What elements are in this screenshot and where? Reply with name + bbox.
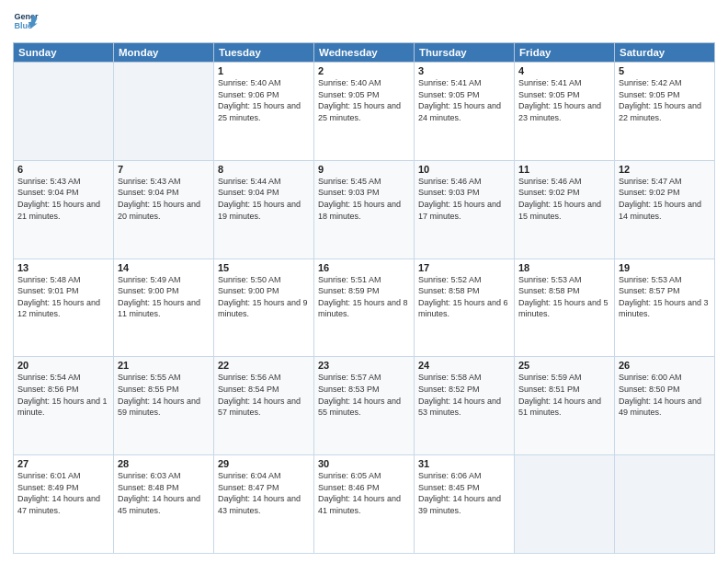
weekday-header: Saturday [615,43,715,63]
day-number: 6 [17,164,109,175]
cell-content: Sunrise: 5:48 AMSunset: 9:01 PMDaylight:… [17,274,109,320]
cell-content: Sunrise: 5:46 AMSunset: 9:02 PMDaylight:… [518,176,610,222]
calendar-cell: 21Sunrise: 5:55 AMSunset: 8:55 PMDayligh… [114,357,214,455]
cell-content: Sunrise: 6:00 AMSunset: 8:50 PMDaylight:… [619,372,711,418]
day-number: 1 [218,65,310,76]
cell-content: Sunrise: 5:43 AMSunset: 9:04 PMDaylight:… [17,176,109,222]
calendar-cell [14,63,114,161]
day-number: 23 [318,360,410,371]
cell-content: Sunrise: 6:06 AMSunset: 8:45 PMDaylight:… [418,470,510,516]
calendar-table: SundayMondayTuesdayWednesdayThursdayFrid… [13,42,715,554]
day-number: 9 [318,164,410,175]
calendar-header-row: SundayMondayTuesdayWednesdayThursdayFrid… [14,43,715,63]
day-number: 29 [218,458,310,469]
calendar-cell: 2Sunrise: 5:40 AMSunset: 9:05 PMDaylight… [314,63,415,161]
calendar-cell: 24Sunrise: 5:58 AMSunset: 8:52 PMDayligh… [415,357,515,455]
cell-content: Sunrise: 6:05 AMSunset: 8:46 PMDaylight:… [318,470,410,516]
page-container: General Blue SundayMondayTuesdayWednesda… [0,0,728,563]
day-number: 10 [418,164,510,175]
day-number: 11 [518,164,610,175]
cell-content: Sunrise: 6:01 AMSunset: 8:49 PMDaylight:… [17,470,109,516]
calendar-cell: 29Sunrise: 6:04 AMSunset: 8:47 PMDayligh… [214,455,314,554]
calendar-cell: 16Sunrise: 5:51 AMSunset: 8:59 PMDayligh… [314,259,415,357]
calendar-cell: 31Sunrise: 6:06 AMSunset: 8:45 PMDayligh… [415,455,515,554]
day-number: 31 [418,458,510,469]
calendar-cell [615,455,715,554]
cell-content: Sunrise: 5:52 AMSunset: 8:58 PMDaylight:… [418,274,510,320]
calendar-cell: 14Sunrise: 5:49 AMSunset: 9:00 PMDayligh… [114,259,214,357]
cell-content: Sunrise: 5:40 AMSunset: 9:06 PMDaylight:… [218,77,310,123]
day-number: 22 [218,360,310,371]
day-number: 21 [118,360,210,371]
calendar-cell: 8Sunrise: 5:44 AMSunset: 9:04 PMDaylight… [214,160,314,259]
day-number: 12 [619,164,711,175]
cell-content: Sunrise: 6:03 AMSunset: 8:48 PMDaylight:… [118,470,210,516]
logo: General Blue [13,9,39,35]
calendar-cell: 17Sunrise: 5:52 AMSunset: 8:58 PMDayligh… [415,259,515,357]
cell-content: Sunrise: 5:50 AMSunset: 9:00 PMDaylight:… [218,274,310,320]
calendar-cell: 18Sunrise: 5:53 AMSunset: 8:58 PMDayligh… [515,259,615,357]
day-number: 19 [619,262,711,273]
day-number: 28 [118,458,210,469]
weekday-header: Wednesday [314,43,415,63]
day-number: 7 [118,164,210,175]
logo-icon: General Blue [13,9,39,35]
weekday-header: Thursday [415,43,515,63]
day-number: 13 [17,262,109,273]
calendar-cell [515,455,615,554]
cell-content: Sunrise: 5:40 AMSunset: 9:05 PMDaylight:… [318,77,410,123]
calendar-cell: 15Sunrise: 5:50 AMSunset: 9:00 PMDayligh… [214,259,314,357]
day-number: 25 [518,360,610,371]
day-number: 5 [619,65,711,76]
cell-content: Sunrise: 5:56 AMSunset: 8:54 PMDaylight:… [218,372,310,418]
cell-content: Sunrise: 5:58 AMSunset: 8:52 PMDaylight:… [418,372,510,418]
calendar-cell: 9Sunrise: 5:45 AMSunset: 9:03 PMDaylight… [314,160,415,259]
calendar-cell: 27Sunrise: 6:01 AMSunset: 8:49 PMDayligh… [14,455,114,554]
day-number: 27 [17,458,109,469]
day-number: 16 [318,262,410,273]
cell-content: Sunrise: 5:53 AMSunset: 8:57 PMDaylight:… [619,274,711,320]
cell-content: Sunrise: 5:43 AMSunset: 9:04 PMDaylight:… [118,176,210,222]
weekday-header: Tuesday [214,43,314,63]
calendar-week-row: 1Sunrise: 5:40 AMSunset: 9:06 PMDaylight… [14,63,715,161]
day-number: 20 [17,360,109,371]
calendar-week-row: 13Sunrise: 5:48 AMSunset: 9:01 PMDayligh… [14,259,715,357]
cell-content: Sunrise: 5:54 AMSunset: 8:56 PMDaylight:… [17,372,109,418]
day-number: 14 [118,262,210,273]
cell-content: Sunrise: 5:41 AMSunset: 9:05 PMDaylight:… [418,77,510,123]
day-number: 17 [418,262,510,273]
cell-content: Sunrise: 6:04 AMSunset: 8:47 PMDaylight:… [218,470,310,516]
weekday-header: Sunday [14,43,114,63]
cell-content: Sunrise: 5:45 AMSunset: 9:03 PMDaylight:… [318,176,410,222]
calendar-cell: 6Sunrise: 5:43 AMSunset: 9:04 PMDaylight… [14,160,114,259]
cell-content: Sunrise: 5:46 AMSunset: 9:03 PMDaylight:… [418,176,510,222]
day-number: 26 [619,360,711,371]
calendar-cell: 19Sunrise: 5:53 AMSunset: 8:57 PMDayligh… [615,259,715,357]
calendar-cell: 5Sunrise: 5:42 AMSunset: 9:05 PMDaylight… [615,63,715,161]
cell-content: Sunrise: 5:42 AMSunset: 9:05 PMDaylight:… [619,77,711,123]
calendar-cell: 10Sunrise: 5:46 AMSunset: 9:03 PMDayligh… [415,160,515,259]
day-number: 4 [518,65,610,76]
calendar-cell: 30Sunrise: 6:05 AMSunset: 8:46 PMDayligh… [314,455,415,554]
calendar-cell: 28Sunrise: 6:03 AMSunset: 8:48 PMDayligh… [114,455,214,554]
calendar-cell: 7Sunrise: 5:43 AMSunset: 9:04 PMDaylight… [114,160,214,259]
calendar-cell: 3Sunrise: 5:41 AMSunset: 9:05 PMDaylight… [415,63,515,161]
calendar-cell: 26Sunrise: 6:00 AMSunset: 8:50 PMDayligh… [615,357,715,455]
calendar-cell: 11Sunrise: 5:46 AMSunset: 9:02 PMDayligh… [515,160,615,259]
calendar-cell: 12Sunrise: 5:47 AMSunset: 9:02 PMDayligh… [615,160,715,259]
day-number: 15 [218,262,310,273]
cell-content: Sunrise: 5:59 AMSunset: 8:51 PMDaylight:… [518,372,610,418]
calendar-week-row: 20Sunrise: 5:54 AMSunset: 8:56 PMDayligh… [14,357,715,455]
day-number: 18 [518,262,610,273]
calendar-week-row: 27Sunrise: 6:01 AMSunset: 8:49 PMDayligh… [14,455,715,554]
calendar-week-row: 6Sunrise: 5:43 AMSunset: 9:04 PMDaylight… [14,160,715,259]
calendar-cell: 22Sunrise: 5:56 AMSunset: 8:54 PMDayligh… [214,357,314,455]
calendar-cell: 4Sunrise: 5:41 AMSunset: 9:05 PMDaylight… [515,63,615,161]
day-number: 24 [418,360,510,371]
calendar-cell: 25Sunrise: 5:59 AMSunset: 8:51 PMDayligh… [515,357,615,455]
calendar-cell: 1Sunrise: 5:40 AMSunset: 9:06 PMDaylight… [214,63,314,161]
cell-content: Sunrise: 5:55 AMSunset: 8:55 PMDaylight:… [118,372,210,418]
cell-content: Sunrise: 5:49 AMSunset: 9:00 PMDaylight:… [118,274,210,320]
calendar-cell [114,63,214,161]
calendar-cell: 20Sunrise: 5:54 AMSunset: 8:56 PMDayligh… [14,357,114,455]
